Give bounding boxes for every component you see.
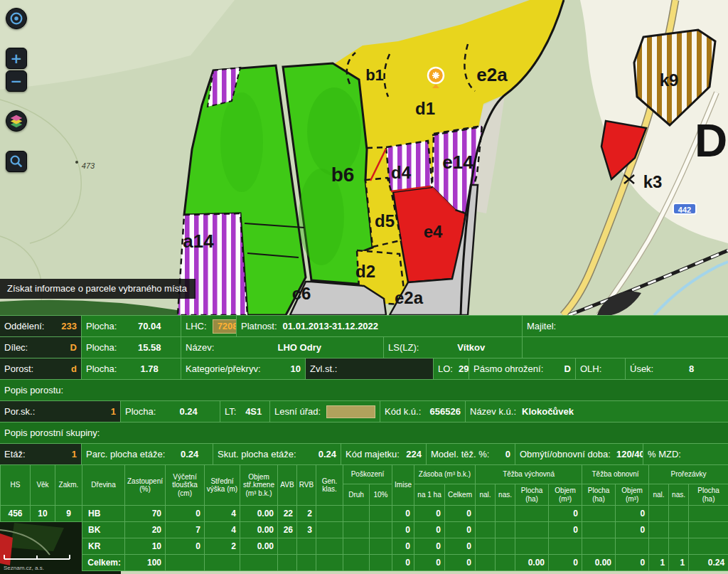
table-cell: 1 (649, 555, 669, 571)
table-cell: 0 (414, 555, 445, 571)
field-kod-majetku: Kód majetku:224 (341, 444, 427, 464)
table-cell (616, 538, 649, 555)
zoom-in-button[interactable]: + (6, 48, 27, 69)
table-cell: 7 (166, 522, 205, 538)
field-model-tez: Model. těž. %:0 (427, 444, 515, 464)
col-header-vych-nas: nas. (496, 484, 515, 506)
table-cell (316, 522, 343, 538)
species-table: Dřevina Zastoupení (%) Výčetní tloušťka … (82, 464, 728, 571)
field-oddeleni: Oddělení:233 (0, 316, 82, 336)
table-cell: 1 (669, 555, 689, 571)
field-parc-plocha: Parc. plocha etáže:0.24 (82, 444, 213, 464)
table-cell: 0 (616, 522, 649, 538)
layers-icon (9, 113, 24, 129)
table-cell: 0 (166, 538, 205, 555)
col-header-objem-kmene: Objem stř.kmene (m³ b.k.) (240, 465, 278, 506)
table-cell (343, 522, 370, 538)
table-row: KR10020.00000 (82, 538, 728, 555)
field-olh: OLH: (576, 358, 626, 379)
col-group-poskozeni: Poškození (343, 465, 392, 484)
table-cell (496, 555, 515, 571)
field-kod-ku: Kód k.ú.:656526 (380, 401, 466, 422)
field-obmyti: Obmýtí/obnovní doba:120/40 (515, 444, 643, 464)
table-cell (476, 522, 496, 538)
col-group-tezba-obnovni: Těžba obnovní (582, 465, 649, 484)
field-lesni-urad: Lesní úřad: (270, 401, 380, 422)
table-cell: 10 (125, 538, 166, 555)
table-cell: 0 (616, 555, 649, 571)
table-row: BK20740.0026300000 (82, 522, 728, 538)
col-header-hs: HS (1, 465, 31, 506)
table-cell: Celkem: (82, 555, 125, 571)
parcel-d4[interactable] (386, 141, 432, 192)
table-row: 456109 (1, 506, 82, 522)
col-header-pror-plocha: Plocha (ha) (689, 484, 728, 506)
minus-icon: − (11, 74, 23, 88)
table-cell (496, 538, 515, 555)
table-cell: 100 (125, 555, 166, 571)
locate-icon (9, 11, 24, 26)
col-group-prorezavky: Prořezávky (649, 465, 728, 484)
table-cell: 9 (55, 506, 82, 522)
col-header-vycetni: Výčetní tloušťka (cm) (166, 465, 205, 506)
poi-marker-icon[interactable] (426, 66, 446, 93)
table-cell: 70 (125, 506, 166, 522)
table-cell: 0.24 (689, 555, 728, 571)
col-header-obn-objem: Objem (m³) (616, 484, 649, 506)
info-row-porost: Porost:d Plocha:1.78 Kategorie/překryv:1… (0, 358, 728, 380)
lesni-urad-box (326, 405, 375, 418)
col-header-10pct: 10% (370, 484, 392, 506)
field-plocha-dilec: Plocha:15.58 (82, 337, 181, 358)
parcel-a14[interactable] (178, 213, 247, 315)
table-cell (689, 506, 728, 522)
table-cell: 0 (392, 538, 414, 555)
field-lt: LT:4S1 (220, 401, 270, 422)
field-dilec: Dílec:D (0, 337, 82, 358)
zoom-out-button[interactable]: − (6, 70, 27, 92)
layers-button[interactable] (6, 110, 27, 132)
table-cell: 0 (166, 506, 205, 522)
field-mzd: % MZD: (643, 444, 728, 464)
table-cell (166, 555, 205, 571)
field-plocha-porsk: Plocha:0.24 (121, 401, 220, 422)
field-plocha-oddeleni: Plocha:70.04 (82, 316, 181, 336)
field-porost: Porost:d (0, 358, 82, 379)
table-cell (582, 538, 616, 555)
col-header-gen-klas: Gen. klas. (316, 465, 343, 506)
col-header-pror-nas: nas. (669, 484, 689, 506)
table-cell (582, 522, 616, 538)
table-cell: 22 (278, 506, 297, 522)
field-lo: LO:29 (434, 358, 469, 379)
table-cell: 0 (549, 555, 582, 571)
table-cell (689, 522, 728, 538)
col-header-stredni: Střední výška (m) (205, 465, 240, 506)
field-majitel: Majitel: (523, 316, 728, 336)
stand-key-table: HS Věk Zakm. 456109 (0, 464, 82, 522)
locate-button[interactable] (6, 8, 27, 29)
field-majitel-value (523, 337, 728, 358)
label-popis-skupiny: Popis porostní skupiny: (0, 422, 728, 443)
col-header-pror-nal: nal. (649, 484, 669, 506)
table-cell: 0 (414, 538, 445, 555)
table-row: Celkem:1000000.0000.000110.24 (82, 555, 728, 571)
field-lslz: LS(LZ):Vítkov (384, 337, 523, 358)
table-cell (316, 506, 343, 522)
table-cell (278, 538, 297, 555)
table-cell (649, 506, 669, 522)
field-pasmo-ohrozeni: Pásmo ohrožení:D (469, 358, 576, 379)
col-header-drevina: Dřevina (82, 465, 125, 506)
plus-icon: + (11, 51, 23, 65)
search-button[interactable] (6, 151, 27, 172)
info-row-porsk: Por.sk.:1 Plocha:0.24 LT:4S1 Lesní úřad:… (0, 401, 728, 422)
field-zvlst: Zvl.st.: (306, 358, 434, 379)
road-number-badge: 442 (673, 203, 697, 215)
table-cell (297, 555, 316, 571)
table-cell: 4 (205, 506, 240, 522)
col-header-vych-objem: Objem (m³) (549, 484, 582, 506)
info-row-oddeleni: Oddělení:233 Plocha:70.04 LHC:720803 Pla… (0, 316, 728, 337)
table-cell: 0 (549, 522, 582, 538)
table-cell: 2 (297, 506, 316, 522)
table-cell (515, 538, 549, 555)
table-cell (316, 555, 343, 571)
field-porsk: Por.sk.:1 (0, 401, 121, 422)
